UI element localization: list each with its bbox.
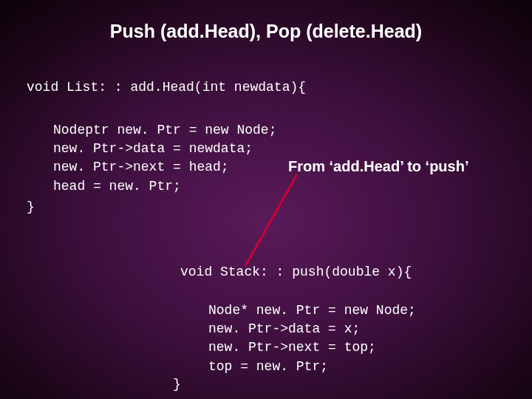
code-list-signature: void List: : add.Head(int newdata){: [27, 78, 306, 97]
code-list-close: }: [27, 198, 35, 216]
annotation-text: From ‘add.Head’ to ‘push’: [288, 158, 468, 175]
slide-title: Push (add.Head), Pop (delete.Head): [0, 21, 532, 42]
code-stack-signature: void Stack: : push(double x){: [180, 263, 412, 282]
code-stack-close: }: [173, 375, 181, 394]
code-stack-body: Node* new. Ptr = new Node; new. Ptr->dat…: [208, 301, 416, 376]
code-list-body: Nodeptr new. Ptr = new Node; new. Ptr->d…: [53, 121, 276, 196]
